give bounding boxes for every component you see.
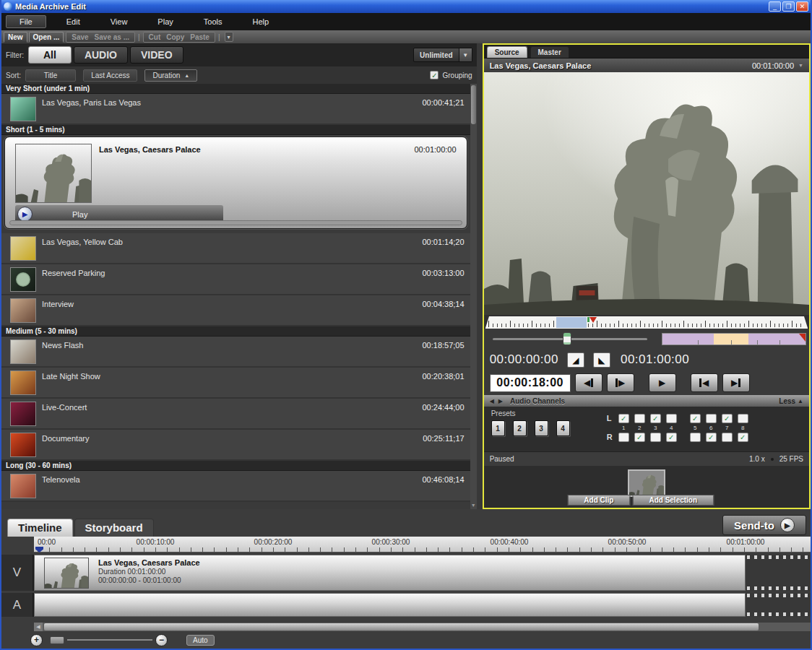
next-section-icon[interactable]: ▶: [498, 398, 503, 404]
menu-item-edit[interactable]: Edit: [56, 15, 90, 28]
tab-timeline[interactable]: Timeline: [7, 519, 73, 537]
play-button[interactable]: ▶: [649, 373, 676, 392]
timeline-scrollbar[interactable]: ◀: [34, 623, 811, 631]
list-scrollbar[interactable]: ▼: [470, 84, 477, 509]
right-channel-8-checkbox[interactable]: ✓: [738, 433, 748, 442]
preset-3-button[interactable]: 3: [535, 420, 548, 436]
list-item-yellow-cab[interactable]: Las Vegas, Yellow Cab 00:01:14;20: [1, 233, 470, 264]
open-button[interactable]: Open ...: [29, 32, 64, 43]
timeline-scrollbar-thumb[interactable]: [44, 623, 759, 630]
right-channel-4-checkbox[interactable]: ✓: [666, 433, 677, 442]
left-channel-3-checkbox[interactable]: ✓: [650, 414, 661, 423]
left-channel-2-checkbox[interactable]: [634, 414, 645, 423]
left-channel-7-checkbox[interactable]: ✓: [722, 414, 733, 423]
clip-ruler[interactable]: [485, 316, 808, 329]
left-channel-4-checkbox[interactable]: [666, 414, 677, 423]
menu-item-tools[interactable]: Tools: [194, 15, 233, 28]
send-to-button[interactable]: Send-to ▶: [722, 515, 806, 535]
list-scrollbar-thumb[interactable]: [471, 85, 476, 124]
mark-out-button[interactable]: ◣: [593, 352, 610, 368]
menu-item-help[interactable]: Help: [242, 15, 279, 28]
list-item-telenovela[interactable]: Telenovela 00:46:08;14: [1, 471, 470, 502]
preview-scrollbar[interactable]: [9, 220, 462, 225]
zoom-slider-thumb[interactable]: [50, 636, 64, 644]
chevron-down-icon[interactable]: ▼: [459, 48, 472, 61]
chevron-down-icon[interactable]: ▼: [798, 63, 803, 68]
scroll-left-icon[interactable]: ◀: [34, 623, 43, 631]
current-time-field[interactable]: 00:00:18:00: [490, 374, 571, 392]
selected-clip-card[interactable]: Las Vegas, Caesars Palace 00:01:00:00 ▶ …: [4, 136, 467, 229]
right-channel-7-checkbox[interactable]: [722, 433, 733, 442]
list-item-documentary[interactable]: Documentary 00:25:11;17: [1, 430, 470, 461]
sort-last-access-button[interactable]: Last Access: [83, 69, 137, 82]
copy-button[interactable]: Copy: [163, 33, 187, 41]
selection-end-marker-icon[interactable]: [799, 334, 805, 342]
video-preview[interactable]: [484, 72, 809, 315]
add-selection-button[interactable]: Add Selection: [632, 495, 714, 506]
filter-video-button[interactable]: VIDEO: [130, 46, 183, 64]
list-item-live-concert[interactable]: Live-Concert 00:24:44;00: [1, 399, 470, 430]
menu-item-view[interactable]: View: [100, 15, 138, 28]
audio-track-header[interactable]: A: [1, 593, 34, 617]
minimize-icon[interactable]: _: [769, 1, 781, 12]
right-channel-3-checkbox[interactable]: [650, 433, 661, 442]
right-channel-1-checkbox[interactable]: [618, 433, 629, 442]
preset-4-button[interactable]: 4: [556, 420, 570, 436]
tab-master[interactable]: Master: [530, 46, 569, 58]
preset-1-button[interactable]: 1: [491, 420, 505, 436]
cut-button[interactable]: Cut: [146, 33, 164, 41]
right-channel-6-checkbox[interactable]: ✓: [706, 433, 717, 442]
zoom-out-icon[interactable]: −: [155, 634, 168, 646]
audio-channels-header[interactable]: ◀ ▶ Audio Channels Less ▲: [484, 395, 809, 407]
left-channel-6-checkbox[interactable]: [706, 414, 717, 423]
toolbar-overflow-icon[interactable]: ▾: [225, 32, 233, 42]
auto-zoom-button[interactable]: Auto: [186, 635, 215, 646]
sort-title-button[interactable]: Title: [25, 69, 76, 82]
tab-source[interactable]: Source: [487, 46, 527, 58]
list-item-reserved-parking[interactable]: Reserved Parking 00:03:13:00: [1, 264, 470, 295]
timeline-clip[interactable]: Las Vegas, Caesars Palace Duration 00:01…: [34, 555, 746, 591]
right-channel-2-checkbox[interactable]: ✓: [634, 433, 645, 442]
list-item-news-flash[interactable]: News Flash 00:18:57;05: [1, 337, 470, 368]
prev-section-icon[interactable]: ◀: [490, 398, 494, 404]
list-item-late-night-show[interactable]: Late Night Show 00:20:38;01: [1, 368, 470, 399]
selection-bar[interactable]: [662, 333, 806, 345]
scroll-down-icon[interactable]: ▼: [470, 503, 477, 508]
sort-duration-button[interactable]: Duration ▲: [144, 69, 197, 82]
restore-icon[interactable]: ❐: [782, 1, 795, 12]
list-item-paris[interactable]: Las Vegas, Paris Las Vegas 00:00:41;21: [1, 94, 470, 125]
paste-button[interactable]: Paste: [187, 33, 212, 41]
go-to-end-button[interactable]: ▶: [722, 373, 750, 392]
less-button[interactable]: Less: [779, 397, 795, 405]
step-forward-button[interactable]: ▶: [607, 373, 634, 392]
save-button[interactable]: Save: [69, 33, 91, 41]
go-to-start-button[interactable]: ◀: [691, 373, 718, 392]
new-button[interactable]: New: [4, 32, 27, 43]
timeline-audio-clip[interactable]: [34, 593, 746, 617]
limit-dropdown[interactable]: Unlimited ▼: [413, 48, 472, 62]
add-clip-button[interactable]: Add Clip: [567, 495, 630, 506]
close-icon[interactable]: ✕: [796, 1, 808, 12]
timeline-ruler[interactable]: 00:00 00:00:10:00 00:00:20:00 00:00:30:0…: [34, 537, 811, 552]
left-channel-1-checkbox[interactable]: ✓: [618, 414, 629, 423]
left-channel-5-checkbox[interactable]: ✓: [690, 414, 701, 423]
filter-all-button[interactable]: All: [28, 46, 72, 64]
list-item-interview[interactable]: Interview 00:04:38;14: [1, 295, 470, 326]
ruler-selection-region[interactable]: [556, 317, 587, 328]
zoom-in-icon[interactable]: +: [30, 634, 43, 646]
mark-in-button[interactable]: ◢: [567, 352, 584, 368]
filter-audio-button[interactable]: AUDIO: [74, 46, 128, 64]
left-channel-8-checkbox[interactable]: [738, 414, 748, 423]
collapse-up-icon[interactable]: ▲: [798, 398, 803, 404]
shuttle-thumb[interactable]: [563, 332, 571, 345]
step-back-button[interactable]: ◀: [575, 373, 602, 392]
grouping-checkbox[interactable]: ✓: [430, 71, 439, 79]
menu-item-file[interactable]: File: [6, 15, 46, 28]
video-track-header[interactable]: V: [1, 555, 34, 591]
zoom-slider-track[interactable]: [67, 639, 152, 641]
playhead-marker-icon[interactable]: [589, 317, 597, 323]
shuttle-slider[interactable]: [487, 332, 653, 346]
drag-clip-thumbnail[interactable]: [628, 469, 665, 497]
save-as-button[interactable]: Save as ...: [92, 33, 132, 41]
tab-storyboard[interactable]: Storyboard: [74, 519, 154, 537]
